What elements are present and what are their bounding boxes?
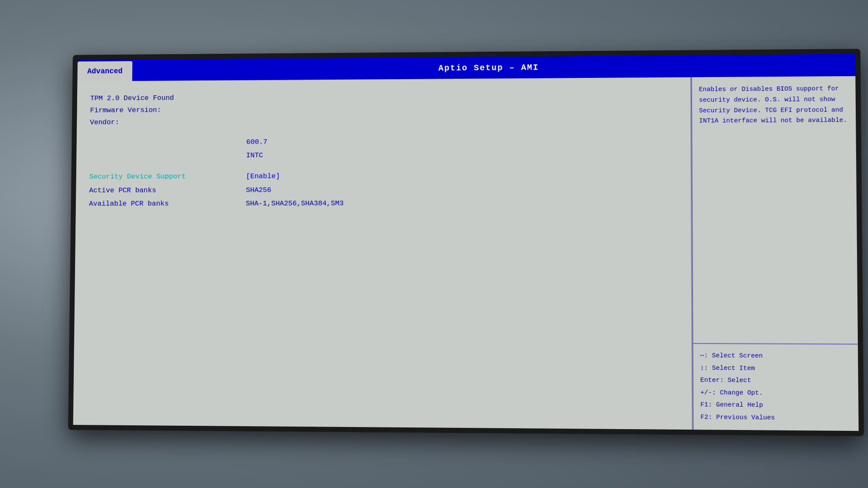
help-text-area: Enables or Disables BIOS support for sec… [692,76,858,345]
firmware-version-value: 600.7 [246,133,677,149]
nav-key-change-opt: +/-: [700,389,720,396]
vendor-value: INTC [246,147,677,163]
nav-key-select-screen: ↔: [700,352,712,359]
tpm-info-block: TPM 2.0 Device Found Firmware Version: V… [90,89,677,129]
nav-change-opt: +/-: Change Opt. [700,387,851,400]
nav-key-select-item: ↕: [700,364,712,372]
nav-action-f2: Previous Values [716,413,775,421]
values-grid: 600.7 INTC [89,133,677,163]
tab-advanced[interactable]: Advanced [78,61,133,81]
security-device-support-label[interactable]: Security Device Support [89,170,246,184]
nav-help-area: ↔: Select Screen ↕: Select Item Enter: S… [693,344,859,431]
main-panel: TPM 2.0 Device Found Firmware Version: V… [73,77,693,430]
monitor: Advanced Aptio Setup – AMI TPM 2.0 Devic… [68,49,864,436]
nav-action-select-item: Select Item [712,364,755,372]
active-pcr-banks-label[interactable]: Active PCR banks [89,183,246,197]
available-pcr-banks-value: SHA-1,SHA256,SHA384,SM3 [246,196,677,211]
nav-action-select-screen: Select Screen [712,352,763,360]
nav-f2: F2: Previous Values [701,411,851,425]
available-pcr-banks-label[interactable]: Available PCR banks [89,197,246,211]
screen: Advanced Aptio Setup – AMI TPM 2.0 Devic… [73,54,859,431]
nav-select-item: ↕: Select Item [700,362,851,375]
nav-action-enter: Select [728,377,751,384]
help-text: Enables or Disables BIOS support for sec… [699,84,849,127]
security-device-support-value: [Enable] [246,169,677,183]
nav-key-f1: F1: [701,401,716,409]
bios-content: TPM 2.0 Device Found Firmware Version: V… [73,76,859,431]
nav-action-f1: General Help [716,401,763,409]
nav-select-screen: ↔: Select Screen [700,350,851,363]
nav-f1: F1: General Help [701,399,851,412]
nav-key-f2: F2: [701,413,716,421]
right-panel: Enables or Disables BIOS support for sec… [691,76,859,431]
nav-enter: Enter: Select [700,374,851,388]
nav-key-enter: Enter: [700,377,728,384]
scene: Advanced Aptio Setup – AMI TPM 2.0 Devic… [0,0,868,488]
nav-action-change-opt: Change Opt. [720,389,763,396]
settings-grid: Security Device Support [Enable] Active … [89,169,677,211]
active-pcr-banks-value: SHA256 [246,183,677,197]
